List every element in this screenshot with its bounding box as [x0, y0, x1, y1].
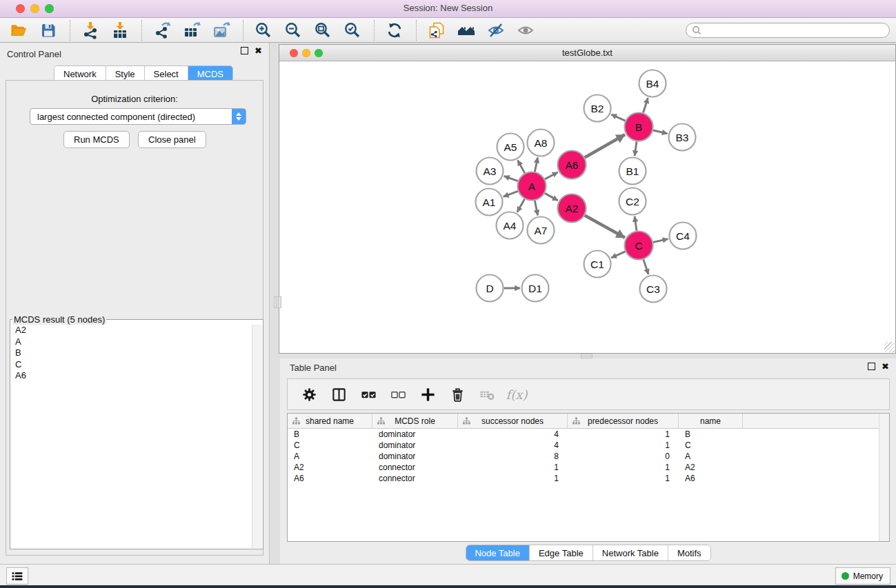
graph-node-A6[interactable]: A6: [558, 151, 586, 179]
result-scrollbar[interactable]: [252, 325, 262, 548]
graph-node-A3[interactable]: A3: [477, 158, 504, 185]
table-cell[interactable]: C: [679, 440, 743, 450]
graph-node-B3[interactable]: B3: [669, 124, 696, 151]
table-cell[interactable]: 1: [458, 474, 568, 483]
graph-node-A8[interactable]: A8: [528, 130, 555, 156]
graph-edge-C-C2[interactable]: [635, 216, 637, 231]
graph-node-D[interactable]: D: [477, 275, 504, 302]
column-header-MCDS-role[interactable]: MCDS role: [372, 414, 458, 428]
zoom-selected-icon[interactable]: [343, 21, 362, 40]
table-row[interactable]: Adominator80A: [288, 451, 889, 462]
columns-icon[interactable]: [330, 385, 348, 403]
table-cell[interactable]: A: [679, 452, 743, 461]
table-cell[interactable]: connector: [372, 463, 458, 472]
export-table-icon[interactable]: [182, 21, 201, 40]
close-panel-icon[interactable]: ✖: [255, 48, 262, 54]
table-cell[interactable]: A: [288, 452, 372, 461]
table-row[interactable]: Cdominator41C: [288, 440, 889, 451]
tab-motifs[interactable]: Motifs: [668, 545, 710, 560]
graph-edge-A-A7[interactable]: [535, 201, 537, 215]
float-table-panel-icon[interactable]: [868, 363, 875, 370]
mcds-result-item[interactable]: A2: [11, 325, 252, 336]
window-resize-grip[interactable]: [884, 342, 895, 352]
clone-network-icon[interactable]: [427, 21, 446, 40]
network-graph[interactable]: AA1A3A4A5A7A8A6A2BB1B2B3B4CC1C2C3C4DD1: [279, 61, 895, 353]
memory-button[interactable]: Memory: [835, 567, 890, 585]
graph-edge-A-A4[interactable]: [517, 199, 525, 212]
table-cell[interactable]: 1: [568, 463, 679, 472]
table-scrollbar[interactable]: [879, 414, 889, 541]
settings-icon[interactable]: [300, 385, 318, 403]
table-cell[interactable]: 1: [458, 463, 568, 472]
column-header-shared-name[interactable]: shared name: [288, 414, 372, 428]
graph-edge-B-B3[interactable]: [653, 130, 668, 134]
table-cell[interactable]: A2: [679, 463, 743, 472]
graph-edge-A2-C[interactable]: [585, 215, 625, 237]
graph-edge-C-C3[interactable]: [644, 259, 648, 274]
tab-node-table[interactable]: Node Table: [466, 545, 530, 560]
table-cell[interactable]: 0: [568, 452, 679, 461]
deselect-all-icon[interactable]: [389, 385, 407, 403]
table-cell[interactable]: A2: [288, 463, 372, 472]
tab-network-table[interactable]: Network Table: [593, 545, 668, 560]
criterion-select[interactable]: largest connected component (directed): [30, 108, 246, 125]
search-input[interactable]: [701, 25, 889, 36]
zoom-in-icon[interactable]: [254, 21, 273, 40]
mcds-result-item[interactable]: A6: [11, 370, 252, 382]
graph-edge-C-C4[interactable]: [653, 239, 668, 243]
column-header-successor-nodes[interactable]: successor nodes: [458, 414, 568, 428]
graph-node-C[interactable]: C: [625, 232, 653, 260]
graph-edge-A-A8[interactable]: [535, 158, 537, 172]
table-cell[interactable]: dominator: [372, 429, 458, 439]
export-network-icon[interactable]: [152, 21, 172, 40]
table-cell[interactable]: connector: [372, 474, 458, 483]
save-session-icon[interactable]: [39, 21, 58, 40]
apply-layout-icon[interactable]: [385, 21, 404, 40]
import-network-icon[interactable]: [81, 21, 100, 40]
graph-edge-C-C1[interactable]: [611, 252, 625, 258]
show-all-icon[interactable]: [516, 21, 535, 40]
graph-node-D1[interactable]: D1: [522, 275, 549, 302]
table-row[interactable]: A6connector11A6: [288, 473, 889, 484]
graph-edge-A-A5[interactable]: [518, 160, 525, 173]
zoom-fit-icon[interactable]: [313, 21, 332, 40]
home-icon[interactable]: [457, 21, 476, 40]
graph-node-C2[interactable]: C2: [619, 188, 646, 215]
import-table-icon[interactable]: [110, 21, 130, 40]
table-cell[interactable]: C: [288, 440, 372, 450]
graph-node-A[interactable]: A: [518, 172, 546, 201]
task-history-button[interactable]: [6, 567, 28, 585]
tab-network[interactable]: Network: [54, 66, 106, 81]
graph-node-C1[interactable]: C1: [584, 251, 611, 278]
graph-edge-B-B2[interactable]: [611, 114, 625, 121]
table-cell[interactable]: A6: [288, 474, 372, 483]
table-row[interactable]: Bdominator41B: [288, 429, 889, 440]
tab-style[interactable]: Style: [106, 66, 145, 81]
mcds-result-item[interactable]: A: [11, 336, 252, 348]
search-box[interactable]: [686, 23, 890, 38]
graph-node-C3[interactable]: C3: [640, 276, 667, 303]
splitpane-grip-vertical[interactable]: [274, 296, 281, 308]
mcds-result-item[interactable]: B: [11, 347, 252, 359]
graph-node-A1[interactable]: A1: [476, 189, 503, 216]
graph-edge-A-A3[interactable]: [504, 176, 518, 181]
tab-edge-table[interactable]: Edge Table: [530, 545, 593, 560]
graph-edge-A-A6[interactable]: [545, 172, 558, 179]
export-image-icon[interactable]: [212, 21, 231, 40]
network-canvas[interactable]: AA1A3A4A5A7A8A6A2BB1B2B3B4CC1C2C3C4DD1: [279, 61, 895, 353]
hide-selected-icon[interactable]: [486, 21, 506, 40]
graph-edge-B-B1[interactable]: [635, 141, 637, 156]
graph-node-A5[interactable]: A5: [497, 134, 524, 161]
tab-mcds[interactable]: MCDS: [188, 66, 232, 81]
table-cell[interactable]: 1: [568, 474, 679, 483]
graph-node-B1[interactable]: B1: [619, 158, 646, 185]
open-file-icon[interactable]: [9, 21, 28, 40]
float-panel-icon[interactable]: [241, 47, 248, 54]
table-cell[interactable]: A6: [679, 474, 743, 483]
table-cell[interactable]: 1: [568, 440, 679, 450]
delete-icon[interactable]: [448, 385, 466, 403]
close-table-panel-icon[interactable]: ✖: [882, 363, 889, 370]
add-icon[interactable]: [419, 385, 437, 403]
table-cell[interactable]: dominator: [372, 440, 458, 450]
graph-edge-B-B4[interactable]: [644, 98, 648, 113]
